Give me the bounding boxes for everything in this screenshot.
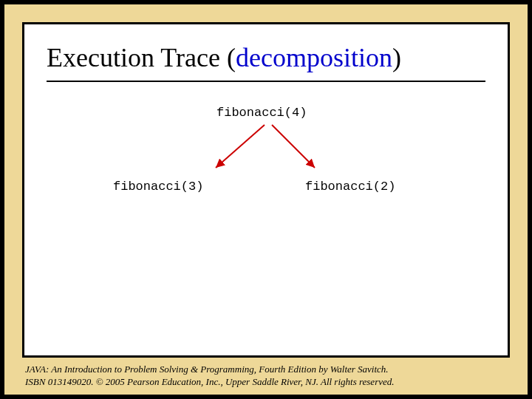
tree-node-left: fibonacci(3)	[113, 180, 203, 194]
svg-line-1	[272, 125, 315, 168]
footer-line-2: ISBN 013149020. © 2005 Pearson Education…	[25, 375, 507, 389]
slide-footer: JAVA: An Introduction to Problem Solving…	[25, 363, 507, 389]
slide-content-panel: Execution Trace (decomposition) fibonacc…	[22, 22, 510, 358]
slide-background: Execution Trace (decomposition) fibonacc…	[4, 4, 528, 395]
footer-line-1: JAVA: An Introduction to Problem Solving…	[25, 363, 507, 376]
svg-line-0	[216, 125, 265, 168]
decomposition-arrows-icon	[205, 122, 324, 174]
title-underline	[47, 81, 485, 82]
title-keyword: decomposition	[236, 43, 392, 72]
title-suffix: )	[392, 43, 401, 72]
title-prefix: Execution Trace (	[47, 43, 236, 72]
tree-node-right: fibonacci(2)	[305, 180, 395, 194]
tree-node-root: fibonacci(4)	[216, 106, 307, 120]
slide-title: Execution Trace (decomposition)	[47, 44, 485, 73]
